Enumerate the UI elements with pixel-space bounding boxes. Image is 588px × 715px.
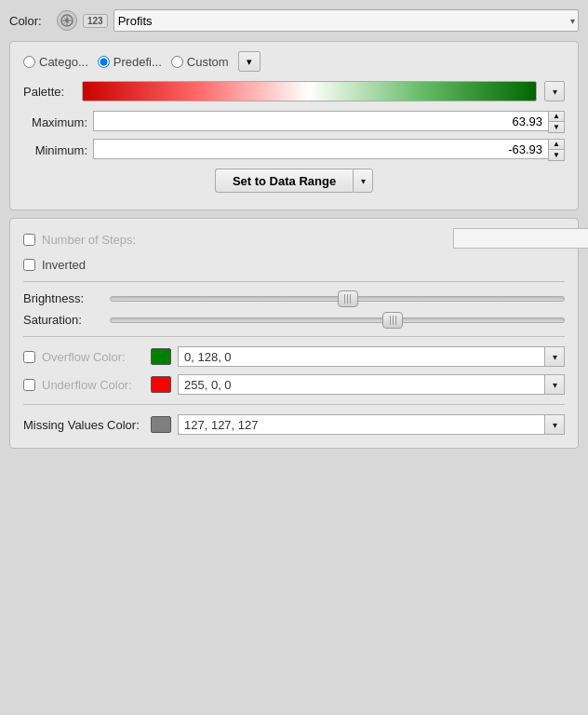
thumb-line3 <box>395 316 396 325</box>
radio-predefined[interactable]: Predefi... <box>98 55 162 69</box>
minimum-spinner: ▲ ▼ <box>548 139 565 161</box>
color-settings-panel: Catego... Predefi... Custom ▾ Palette: ▾ <box>9 41 579 210</box>
color-field-wrapper: Profits ▾ <box>114 9 579 32</box>
color-field-select[interactable]: Profits <box>114 9 579 32</box>
palette-label: Palette: <box>23 85 74 99</box>
number-of-steps-checkbox[interactable] <box>23 234 35 246</box>
inverted-row: Inverted <box>23 258 565 272</box>
maximum-spinner-down[interactable]: ▼ <box>549 122 564 132</box>
missing-values-dropdown[interactable]: ▾ <box>544 414 565 435</box>
underflow-color-swatch[interactable] <box>151 376 171 393</box>
minimum-spinner-up[interactable]: ▲ <box>549 140 564 150</box>
number-of-steps-row: Number of Steps: ▲ ▼ <box>23 228 565 250</box>
radio-category[interactable]: Catego... <box>23 55 88 69</box>
underflow-color-checkbox[interactable] <box>23 379 35 391</box>
brightness-row: Brightness: <box>23 291 565 305</box>
underflow-color-value-wrapper: 255, 0, 0 ▾ <box>178 374 565 395</box>
divider1 <box>23 281 565 282</box>
brightness-thumb[interactable] <box>338 290 358 307</box>
inverted-checkbox[interactable] <box>23 259 35 271</box>
divider3 <box>23 404 565 405</box>
color-row: Color: 123 Profits ▾ <box>9 9 579 32</box>
field-type-badge: 123 <box>83 14 108 28</box>
custom-dropdown-button[interactable]: ▾ <box>238 51 261 72</box>
maximum-row: Maximum: ▲ ▼ <box>23 111 565 133</box>
minimum-spinner-down[interactable]: ▼ <box>549 150 564 160</box>
steps-input[interactable] <box>453 228 588 249</box>
palette-dropdown-button[interactable]: ▾ <box>544 81 565 101</box>
missing-values-value-wrapper: 127, 127, 127 ▾ <box>178 414 565 435</box>
underflow-chevron-icon: ▾ <box>553 380 557 390</box>
data-range-chevron-icon: ▾ <box>361 176 366 186</box>
minimum-input-wrapper: ▲ ▼ <box>93 139 565 161</box>
overflow-color-value-wrapper: 0, 128, 0 ▾ <box>178 346 565 367</box>
saturation-row: Saturation: <box>23 313 565 327</box>
radio-row: Catego... Predefi... Custom ▾ <box>23 51 565 72</box>
maximum-spinner-up[interactable]: ▲ <box>549 112 564 122</box>
palette-chevron-icon: ▾ <box>553 87 557 97</box>
number-of-steps-label: Number of Steps: <box>42 233 136 247</box>
custom-dropdown-chevron: ▾ <box>247 56 252 68</box>
brightness-label: Brightness: <box>23 291 102 305</box>
saturation-track[interactable] <box>110 317 565 323</box>
overflow-color-checkbox[interactable] <box>23 351 35 363</box>
options-panel: Number of Steps: ▲ ▼ Inverted Brightness… <box>9 218 579 449</box>
radio-category-input[interactable] <box>23 56 35 68</box>
saturation-label: Saturation: <box>23 313 102 327</box>
thumb-line1 <box>390 316 391 325</box>
minimum-input[interactable] <box>93 139 548 159</box>
missing-values-row: Missing Values Color: 127, 127, 127 ▾ <box>23 414 565 435</box>
radio-predefined-input[interactable] <box>98 56 110 68</box>
brightness-track[interactable] <box>110 296 565 302</box>
inverted-label: Inverted <box>42 258 86 272</box>
maximum-input-wrapper: ▲ ▼ <box>93 111 565 133</box>
thumb-line2 <box>347 294 348 304</box>
minimum-label: Minimum: <box>23 143 93 157</box>
saturation-thumb[interactable] <box>382 312 403 329</box>
underflow-color-label: Underflow Color: <box>42 378 144 392</box>
data-range-dropdown-button[interactable]: ▾ <box>353 169 373 193</box>
missing-values-label: Missing Values Color: <box>23 418 144 432</box>
thumb-line1 <box>344 294 345 304</box>
radio-predefined-label: Predefi... <box>114 55 162 69</box>
set-to-data-range-button[interactable]: Set to Data Range <box>215 169 353 193</box>
radio-custom-label: Custom <box>187 55 229 69</box>
minimum-row: Minimum: ▲ ▼ <box>23 139 565 161</box>
underflow-color-value: 255, 0, 0 <box>178 374 544 395</box>
overflow-color-value: 0, 128, 0 <box>178 346 544 367</box>
underflow-color-row: Underflow Color: 255, 0, 0 ▾ <box>23 374 565 395</box>
missing-values-value: 127, 127, 127 <box>178 414 544 435</box>
thumb-line3 <box>350 294 351 304</box>
svg-point-1 <box>65 19 69 22</box>
radio-custom-input[interactable] <box>171 56 183 68</box>
palette-gradient[interactable] <box>82 81 537 101</box>
color-label: Color: <box>9 14 51 28</box>
radio-custom[interactable]: Custom <box>171 55 229 69</box>
radio-category-label: Catego... <box>39 55 88 69</box>
thumb-line2 <box>393 316 394 325</box>
missing-values-swatch[interactable] <box>151 416 171 433</box>
data-range-row: Set to Data Range ▾ <box>23 169 565 193</box>
divider2 <box>23 336 565 337</box>
missing-chevron-icon: ▾ <box>553 420 557 430</box>
overflow-color-label: Overflow Color: <box>42 350 144 364</box>
maximum-input[interactable] <box>93 111 548 131</box>
palette-row: Palette: ▾ <box>23 81 565 101</box>
overflow-chevron-icon: ▾ <box>553 352 557 362</box>
field-icon[interactable] <box>57 10 77 31</box>
maximum-spinner: ▲ ▼ <box>548 111 565 133</box>
maximum-label: Maximum: <box>23 115 93 129</box>
overflow-color-row: Overflow Color: 0, 128, 0 ▾ <box>23 346 565 367</box>
overflow-color-swatch[interactable] <box>151 348 171 365</box>
overflow-color-dropdown[interactable]: ▾ <box>544 346 565 367</box>
underflow-color-dropdown[interactable]: ▾ <box>544 374 565 395</box>
